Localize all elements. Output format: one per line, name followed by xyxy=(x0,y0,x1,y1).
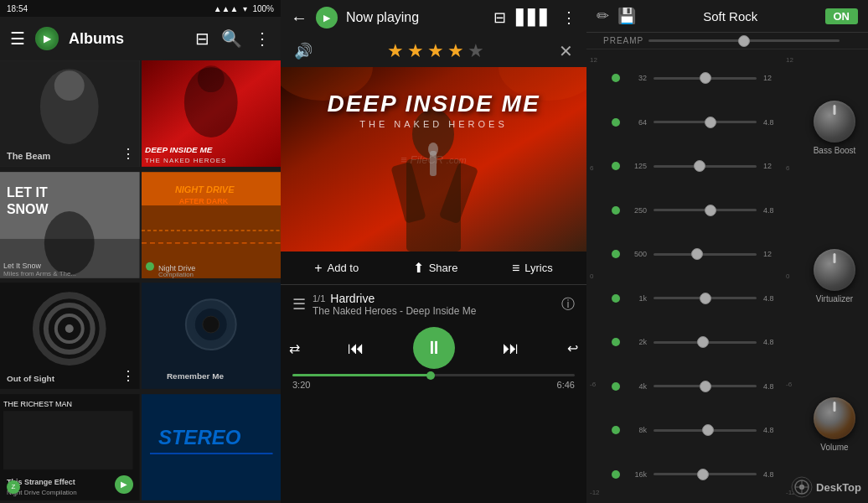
svg-text:NIGHT DRIVE: NIGHT DRIVE xyxy=(174,184,234,194)
star-5[interactable]: ★ xyxy=(468,40,484,62)
eq-slider-32[interactable] xyxy=(654,77,757,80)
track-info-icon[interactable]: ⓘ xyxy=(561,296,575,314)
np-progress-bar[interactable] xyxy=(292,374,575,376)
search-icon[interactable]: 🔍 xyxy=(221,29,242,49)
eq-thumb-8k[interactable] xyxy=(702,424,714,436)
star-3[interactable]: ★ xyxy=(427,40,444,62)
np-title: Now playing xyxy=(346,10,485,25)
svg-text:Miles from Arms & The...: Miles from Arms & The... xyxy=(3,269,76,277)
eq-thumb-1k[interactable] xyxy=(700,293,711,304)
star-4[interactable]: ★ xyxy=(447,40,464,62)
eq-thumb-125[interactable] xyxy=(694,160,705,172)
volume-icon[interactable]: 🔊 xyxy=(294,42,313,60)
eq-preamp-thumb[interactable] xyxy=(738,35,750,47)
pause-button[interactable]: ⏸ xyxy=(413,327,455,369)
star-rating[interactable]: ★ ★ ★ ★ ★ xyxy=(387,40,484,62)
np-progress[interactable]: 3:20 6:46 xyxy=(281,372,586,397)
np-play-icon: ▶ xyxy=(316,7,338,29)
album-item-strange[interactable]: THE RICHEST MAN This Strange Effect Nigh… xyxy=(0,394,140,500)
menu-icon[interactable]: ☰ xyxy=(10,29,25,49)
bass-boost-knob[interactable] xyxy=(814,101,855,143)
eq-slider-125[interactable] xyxy=(654,165,757,168)
np-back-button[interactable]: ← xyxy=(291,8,307,28)
status-right: ▲▲▲ ▾ 100% xyxy=(214,4,274,13)
eq-dot-32 xyxy=(612,74,620,82)
eq-freq-64: 64 xyxy=(623,118,647,127)
lyrics-button[interactable]: ≡ Lyrics xyxy=(512,260,553,276)
star-2[interactable]: ★ xyxy=(407,40,424,62)
eq-freq-32: 32 xyxy=(623,74,647,82)
eq-dot-2k xyxy=(612,338,620,346)
eq-thumb-250[interactable] xyxy=(705,205,716,216)
eq-slider-250[interactable] xyxy=(654,209,757,211)
eq-db-4k: 4.8 xyxy=(763,382,784,391)
np-close-button[interactable]: ✕ xyxy=(559,41,573,61)
eq-thumb-64[interactable] xyxy=(705,117,716,128)
equalizer-icon[interactable]: ▋▋▋ xyxy=(516,8,551,27)
eq-thumb-2k[interactable] xyxy=(697,336,709,348)
album-item-sight[interactable]: Out of Sight ⋮ xyxy=(0,283,140,389)
eq-thumb-32[interactable] xyxy=(700,72,711,84)
album-item-beam[interactable]: The Beam ⋮ xyxy=(0,60,140,167)
album-item-snow[interactable]: LET IT SNOW Let It Snow Miles from Arms … xyxy=(0,172,140,278)
cast-icon-np[interactable]: ⊟ xyxy=(493,8,506,27)
album-item-night[interactable]: NIGHT DRIVE AFTER DARK Night Drive Compi… xyxy=(142,172,282,278)
eq-slider-8k[interactable] xyxy=(654,429,757,432)
eq-db-1k: 4.8 xyxy=(763,294,784,303)
eq-preamp-row: PREAMP xyxy=(586,33,868,49)
album-more-sight[interactable]: ⋮ xyxy=(121,368,135,384)
star-1[interactable]: ★ xyxy=(387,40,404,62)
status-time: 18:54 xyxy=(7,4,28,13)
eq-slider-2k[interactable] xyxy=(654,341,757,344)
svg-text:THE NAKED HEROES: THE NAKED HEROES xyxy=(144,157,225,164)
eq-band-16k: 16k 4.8 xyxy=(612,459,784,490)
eq-pencil-icon[interactable]: ✏ xyxy=(597,7,609,25)
next-button[interactable]: ⏭ xyxy=(503,339,519,358)
cast-icon[interactable]: ⊟ xyxy=(195,29,209,49)
more-icon-np[interactable]: ⋮ xyxy=(561,8,576,27)
np-track-info: ☰ 1/1 Hardrive The Naked Heroes - Deep I… xyxy=(281,285,586,324)
eq-preamp-track[interactable] xyxy=(648,39,840,42)
np-header: ← ▶ Now playing ⊟ ▋▋▋ ⋮ xyxy=(281,0,586,35)
share-button[interactable]: ⬆ Share xyxy=(413,260,458,276)
eq-slider-4k[interactable] xyxy=(654,385,757,387)
svg-point-35 xyxy=(202,316,219,333)
db-label-6: 6 xyxy=(590,164,602,172)
bass-boost-section: Bass Boost xyxy=(814,101,856,155)
album-art-snow: LET IT SNOW Let It Snow Miles from Arms … xyxy=(0,172,140,278)
eq-on-button[interactable]: ON xyxy=(825,8,859,24)
wifi-icon: ▾ xyxy=(243,4,247,13)
volume-section: Volume xyxy=(814,397,855,452)
return-button[interactable]: ↩ xyxy=(567,340,578,356)
album-art-night: NIGHT DRIVE AFTER DARK Night Drive Compi… xyxy=(142,172,282,278)
album-play-button[interactable]: ▶ xyxy=(115,475,133,494)
eq-db-8k: 4.8 xyxy=(763,426,784,434)
prev-button[interactable]: ⏮ xyxy=(348,339,364,358)
eq-slider-64[interactable] xyxy=(654,121,757,123)
eq-slider-1k[interactable] xyxy=(654,297,757,299)
album-more-beam[interactable]: ⋮ xyxy=(121,146,135,162)
eq-save-icon[interactable]: 💾 xyxy=(617,7,636,25)
watermark-text: ≡ FileCR .com xyxy=(400,153,466,166)
eq-thumb-16k[interactable] xyxy=(697,469,709,480)
eq-body: 12 6 0 -6 -12 32 12 64 4 xyxy=(586,49,868,503)
svg-rect-39 xyxy=(3,411,133,469)
virtualizer-knob[interactable] xyxy=(814,249,855,291)
track-list-icon[interactable]: ☰ xyxy=(292,295,306,314)
eq-thumb-4k[interactable] xyxy=(700,381,711,392)
svg-text:AFTER DARK: AFTER DARK xyxy=(178,197,228,205)
volume-label: Volume xyxy=(820,443,848,452)
album-item-remember[interactable]: Remember Me xyxy=(142,283,282,389)
album-item-stereo[interactable]: STEREO xyxy=(142,394,282,500)
np-current-time: 3:20 xyxy=(292,380,310,390)
volume-knob[interactable] xyxy=(814,397,855,439)
eq-slider-16k[interactable] xyxy=(654,473,757,475)
album-item-deep[interactable]: DEEP INSIDE ME THE NAKED HEROES xyxy=(142,60,282,167)
eq-slider-500[interactable] xyxy=(654,253,757,256)
np-track-title: Hardrive xyxy=(330,292,375,305)
add-to-button[interactable]: + Add to xyxy=(314,260,359,276)
shuffle-button[interactable]: ⇄ xyxy=(289,340,300,356)
eq-thumb-500[interactable] xyxy=(691,248,703,260)
more-icon[interactable]: ⋮ xyxy=(254,29,271,49)
np-progress-thumb[interactable] xyxy=(426,371,435,380)
